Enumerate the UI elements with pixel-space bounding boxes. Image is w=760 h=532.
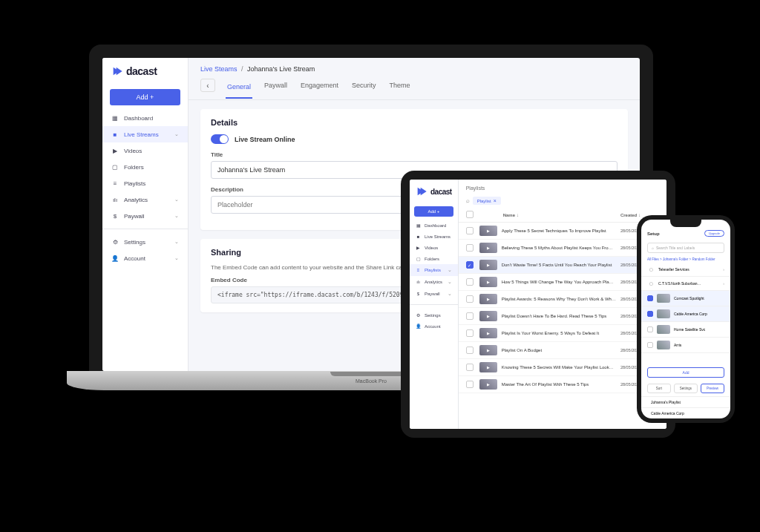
row-checkbox[interactable] bbox=[466, 312, 474, 320]
back-button[interactable]: ‹ bbox=[200, 79, 215, 92]
table-row[interactable]: Believing These 5 Myths About Playlist K… bbox=[459, 240, 666, 257]
search-bar[interactable]: ⌕ Playlist× bbox=[459, 194, 666, 208]
tab-theme[interactable]: Theme bbox=[388, 79, 412, 92]
list-item[interactable]: Cable America Corp bbox=[641, 407, 730, 418]
list-item[interactable]: Arris bbox=[641, 338, 730, 353]
sidebar-item-account[interactable]: 👤Account bbox=[410, 321, 458, 332]
upgrade-button[interactable]: Upgrade bbox=[704, 230, 724, 237]
item-label: Home Satellite Svc bbox=[674, 327, 705, 332]
tab-security[interactable]: Security bbox=[350, 79, 378, 92]
row-name: Knowing These 5 Secrets Will Make Your P… bbox=[502, 365, 616, 370]
row-checkbox[interactable] bbox=[466, 278, 474, 286]
sidebar-item-dashboard[interactable]: ▦Dashboard bbox=[102, 110, 188, 126]
thumbnail bbox=[479, 294, 497, 304]
column-name[interactable]: Name ↓ bbox=[503, 212, 616, 217]
sidebar-item-analytics[interactable]: ılıAnalytics⌄ bbox=[410, 276, 458, 288]
row-checkbox[interactable] bbox=[466, 227, 474, 234]
row-checkbox[interactable] bbox=[466, 347, 474, 354]
row-checkbox[interactable] bbox=[466, 364, 474, 371]
brand-logo: dacast bbox=[410, 180, 458, 203]
sidebar-item-paywall[interactable]: $Paywall⌄ bbox=[102, 208, 188, 224]
item-checkbox[interactable] bbox=[647, 295, 653, 301]
sidebar-item-settings[interactable]: ⚙Settings⌄ bbox=[102, 234, 188, 250]
table-row[interactable]: How 5 Things Will Change The Way You App… bbox=[459, 274, 666, 291]
table-row[interactable]: Knowing These 5 Secrets Will Make Your P… bbox=[459, 359, 666, 376]
sidebar-item-folders[interactable]: ▢Folders bbox=[410, 253, 458, 264]
select-all-checkbox[interactable] bbox=[466, 211, 474, 218]
dollar-icon: $ bbox=[416, 292, 421, 297]
sidebar-item-folders[interactable]: ▢Folders bbox=[102, 159, 188, 175]
sidebar-item-live-streams[interactable]: ■Live Streams⌄ bbox=[102, 126, 188, 142]
row-checkbox[interactable]: ✓ bbox=[466, 261, 474, 269]
row-checkbox[interactable] bbox=[466, 244, 474, 252]
preview-button[interactable]: Preview bbox=[701, 384, 724, 393]
phone-breadcrumb[interactable]: All Files > Johanna's Folder > Random Fo… bbox=[641, 256, 730, 263]
chevron-right-icon: › bbox=[723, 267, 724, 272]
list-item[interactable]: Comcast Spotlight bbox=[641, 291, 730, 306]
table-row[interactable]: Master The Art Of Playlist With These 5 … bbox=[459, 376, 666, 393]
item-checkbox[interactable] bbox=[647, 326, 653, 332]
item-checkbox[interactable] bbox=[647, 311, 653, 317]
play-icon: ▶ bbox=[111, 147, 119, 154]
tab-general[interactable]: General bbox=[226, 80, 252, 99]
folder-icon: ▢ bbox=[647, 280, 655, 287]
list-item[interactable]: Cable America Corp bbox=[641, 306, 730, 322]
sort-button[interactable]: Sort bbox=[647, 384, 671, 393]
sidebar-item-label: Folders bbox=[124, 164, 144, 171]
camera-icon: ■ bbox=[111, 131, 119, 138]
sidebar-item-label: Settings bbox=[124, 239, 145, 246]
tab-engagement[interactable]: Engagement bbox=[299, 79, 340, 92]
list-icon: ≡ bbox=[416, 268, 421, 273]
item-checkbox[interactable] bbox=[647, 342, 653, 348]
sidebar-item-label: Account bbox=[124, 255, 145, 262]
sidebar-item-label: Analytics bbox=[124, 197, 148, 203]
row-name: How 5 Things Will Change The Way You App… bbox=[502, 280, 616, 284]
tab-paywall[interactable]: Paywall bbox=[263, 79, 289, 92]
breadcrumb-current: Johanna's Live Stream bbox=[247, 65, 315, 73]
chevron-icon: ⌄ bbox=[174, 213, 179, 219]
row-checkbox[interactable] bbox=[466, 295, 474, 303]
phone-add-button[interactable]: Add bbox=[647, 367, 724, 378]
filter-chip[interactable]: Playlist× bbox=[473, 197, 501, 205]
sidebar-item-videos[interactable]: ▶Videos bbox=[410, 242, 458, 253]
table-row[interactable]: Apply These 5 Secret Techniques To Impro… bbox=[459, 223, 666, 240]
add-button[interactable]: Add + bbox=[110, 89, 180, 105]
chart-icon: ılı bbox=[416, 280, 421, 285]
list-item[interactable]: Johanna's Playlist bbox=[641, 396, 730, 407]
folder-item[interactable]: ▢C.T.V.5.North Suburban…› bbox=[641, 277, 730, 291]
row-checkbox[interactable] bbox=[466, 381, 474, 388]
sidebar-item-videos[interactable]: ▶Videos bbox=[102, 142, 188, 159]
chip-remove-icon[interactable]: × bbox=[494, 198, 497, 203]
table-row[interactable]: Playlist Doesn't Have To Be Hard. Read T… bbox=[459, 308, 666, 325]
add-button[interactable]: Add + bbox=[414, 206, 453, 217]
sidebar-item-live-streams[interactable]: ■Live Streams bbox=[410, 231, 458, 242]
row-name: Don't Waste Time! 5 Facts Until You Reac… bbox=[502, 263, 616, 267]
sidebar-item-settings[interactable]: ⚙Settings bbox=[410, 309, 458, 321]
list-item[interactable]: Home Satellite Svc bbox=[641, 322, 730, 338]
table-row[interactable]: Playlist Is Your Worst Enemy. 5 Ways To … bbox=[459, 325, 666, 342]
sidebar-item-dashboard[interactable]: ▦Dashboard bbox=[410, 220, 458, 231]
sidebar-item-label: Videos bbox=[124, 148, 142, 154]
sidebar-item-label: Settings bbox=[425, 313, 441, 318]
breadcrumb-link[interactable]: Live Steams bbox=[200, 65, 238, 73]
sidebar-item-paywall[interactable]: $Paywall⌄ bbox=[410, 288, 458, 300]
online-toggle[interactable] bbox=[211, 134, 229, 144]
sidebar-item-analytics[interactable]: ılıAnalytics⌄ bbox=[102, 191, 188, 208]
table-row[interactable]: Playlist On A Budget28/05/2020, 12:00 bbox=[459, 342, 666, 359]
phone-title: Setup bbox=[647, 231, 660, 236]
table-row[interactable]: ✓Don't Waste Time! 5 Facts Until You Rea… bbox=[459, 257, 666, 274]
chevron-icon: ⌄ bbox=[448, 291, 452, 297]
chevron-icon: ⌄ bbox=[448, 267, 452, 273]
sidebar-item-account[interactable]: 👤Account⌄ bbox=[102, 250, 188, 266]
chevron-icon: ⌄ bbox=[448, 279, 452, 285]
search-icon: ⌕ bbox=[466, 197, 470, 204]
sidebar-item-playlists[interactable]: ≡Playlists⌄ bbox=[410, 264, 458, 276]
sidebar-item-playlists[interactable]: ≡Playlists bbox=[102, 175, 188, 191]
settings-button[interactable]: Settings bbox=[674, 384, 698, 393]
folder-item[interactable]: ▢Teleseller Services› bbox=[641, 263, 730, 277]
sidebar-item-label: Account bbox=[425, 324, 441, 329]
thumbnail bbox=[657, 309, 670, 318]
table-row[interactable]: Playlist Awards: 5 Reasons Why They Don'… bbox=[459, 291, 666, 308]
row-checkbox[interactable] bbox=[466, 329, 474, 337]
phone-search-input[interactable]: ⌕ Search Title and Labels bbox=[647, 243, 724, 253]
